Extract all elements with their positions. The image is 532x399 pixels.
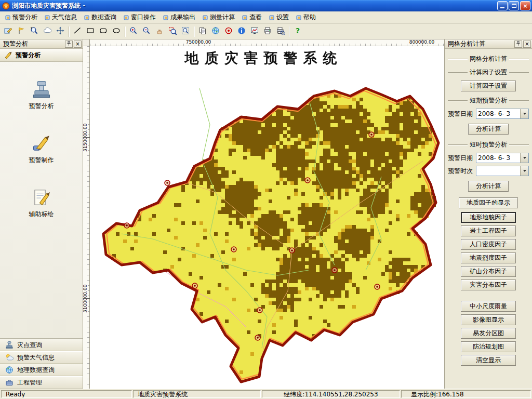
factor-seismic-button[interactable]: 地震烈度因子 bbox=[461, 252, 516, 263]
svg-text:?: ? bbox=[296, 26, 300, 35]
nav-warning-weather[interactable]: 预警天气信息 bbox=[0, 351, 83, 364]
toolbar-separator bbox=[125, 26, 125, 37]
tool-aux-plot[interactable]: 辅助标绘 bbox=[29, 188, 54, 219]
prevention-plan-button[interactable]: 防治规划图 bbox=[461, 341, 516, 352]
close-button[interactable]: × bbox=[520, 1, 530, 10]
toolbar-print-button[interactable] bbox=[261, 25, 274, 38]
factor-disaster-button[interactable]: 灾害分布因子 bbox=[461, 280, 516, 290]
menu-item-label: 数据查询 bbox=[91, 13, 116, 22]
toolbar-cloud-button[interactable] bbox=[41, 25, 54, 38]
ruler-tick bbox=[83, 298, 90, 299]
chevron-down-icon bbox=[523, 113, 526, 115]
menu-view[interactable]: 查看 bbox=[239, 11, 266, 23]
ruler-tick bbox=[83, 137, 90, 138]
menu-settings[interactable]: 设置 bbox=[266, 11, 293, 23]
left-panel-pin-button[interactable] bbox=[65, 41, 73, 48]
toolbar-chart-button[interactable] bbox=[248, 25, 261, 38]
tool-warning-create[interactable]: 预警制作 bbox=[29, 134, 54, 165]
toolbar-copy-button[interactable] bbox=[196, 25, 209, 38]
menu-output[interactable]: 成果输出 bbox=[160, 11, 200, 23]
clear-display-button[interactable]: 清空显示 bbox=[461, 355, 516, 366]
toolbar-hotspot-button[interactable] bbox=[222, 25, 235, 38]
short-time-date-combo[interactable]: 2008- 6- 3 bbox=[476, 153, 529, 163]
combo-dropdown-button[interactable] bbox=[520, 109, 528, 118]
toolbar-draw-rect-button[interactable] bbox=[84, 25, 97, 38]
notepad-icon bbox=[32, 188, 51, 207]
left-panel-title: 预警分析 bbox=[3, 39, 64, 48]
rain-scale-button[interactable]: 中小尺度雨量 bbox=[461, 301, 516, 312]
toolbar-zoom-extent-button[interactable] bbox=[179, 25, 192, 38]
combo-dropdown-button[interactable] bbox=[520, 166, 528, 176]
combo-dropdown-button[interactable] bbox=[520, 153, 528, 163]
nav-label: 地理数据查询 bbox=[17, 366, 55, 375]
prone-zone-map-button[interactable]: 易发分区图 bbox=[461, 328, 516, 339]
toolbar-pan-button[interactable] bbox=[153, 25, 166, 38]
toolbar-zoom-in-button[interactable] bbox=[127, 25, 140, 38]
maximize-button[interactable] bbox=[509, 1, 519, 10]
nav-geo-data-query[interactable]: 地理数据查询 bbox=[0, 364, 83, 376]
menu-window-ops[interactable]: 窗口操作 bbox=[121, 11, 160, 23]
left-panel-section-bar[interactable]: 预警分析 bbox=[0, 49, 83, 62]
minimize-button[interactable] bbox=[497, 1, 508, 10]
status-coordinates: 经纬度:114.140551,28.250253 bbox=[262, 390, 400, 398]
nav-disaster-query[interactable]: 灾点查询 bbox=[0, 339, 83, 351]
toolbar-flag-button[interactable] bbox=[15, 25, 28, 38]
menu-help[interactable]: 帮助 bbox=[293, 11, 320, 23]
short-term-date-combo[interactable]: 2008- 6- 3 bbox=[476, 109, 529, 119]
nav-project-mgmt[interactable]: 工程管理 bbox=[0, 376, 83, 389]
rect-icon bbox=[86, 26, 95, 36]
left-panel-close-button[interactable]: × bbox=[74, 41, 82, 48]
map-canvas[interactable] bbox=[90, 47, 444, 389]
combo-value: 2008- 6- 3 bbox=[476, 153, 520, 163]
nav-label: 工程管理 bbox=[17, 378, 42, 387]
menu-item-icon bbox=[5, 15, 11, 21]
toolbar-print-preview-button[interactable] bbox=[274, 25, 287, 38]
calc-factor-setup-button[interactable]: 计算因子设置 bbox=[461, 81, 516, 91]
toolbar-draw-roundrect-button[interactable] bbox=[97, 25, 110, 38]
tool-warning-analysis[interactable]: 预警分析 bbox=[29, 79, 54, 111]
move-icon bbox=[56, 26, 64, 36]
factor-terrain-button[interactable]: 地形地貌因子 bbox=[461, 212, 516, 223]
menu-item-icon bbox=[202, 15, 208, 21]
zoom-cursor-icon bbox=[30, 26, 38, 36]
factor-geotech-button[interactable]: 岩土工程因子 bbox=[461, 225, 516, 236]
toolbar-draw-line-button[interactable] bbox=[71, 25, 84, 38]
menu-warning-analysis[interactable]: 预警分析 bbox=[2, 11, 42, 23]
toolbar-zoom-out-button[interactable] bbox=[140, 25, 153, 38]
menu-data-query[interactable]: 数据查询 bbox=[81, 11, 121, 23]
maximize-icon bbox=[512, 4, 516, 8]
ruler-left: 3150000.00 3100000.00 bbox=[83, 46, 90, 389]
factor-mine-button[interactable]: 矿山分布因子 bbox=[461, 266, 516, 277]
toolbar-separator bbox=[69, 26, 69, 37]
short-time-analyze-button[interactable]: 分析计算 bbox=[468, 181, 509, 192]
toolbar-zoom-cursor-button[interactable] bbox=[28, 25, 41, 38]
toolbar-info-button[interactable] bbox=[235, 25, 248, 38]
toolbar-draw-ellipse-button[interactable] bbox=[110, 25, 123, 38]
image-display-button[interactable]: 影像图显示 bbox=[461, 314, 516, 325]
help-icon: ? bbox=[294, 26, 302, 36]
toolbar-edit-select-button[interactable] bbox=[2, 25, 15, 38]
factor-population-button[interactable]: 人口密度因子 bbox=[461, 239, 516, 250]
menu-item-icon bbox=[84, 15, 90, 21]
toolbar-zoom-window-button[interactable] bbox=[166, 25, 179, 38]
tool-bar: ? bbox=[0, 24, 532, 39]
nav-label: 灾点查询 bbox=[17, 341, 42, 350]
toolbar-help-button[interactable]: ? bbox=[291, 25, 304, 38]
content-area: 预警分析 × 预警分析 预警分析 预警制作 辅助标绘 bbox=[0, 39, 532, 389]
tool-label: 预警制作 bbox=[29, 156, 54, 165]
nav-label: 预警天气信息 bbox=[17, 353, 55, 362]
menu-item-icon bbox=[123, 15, 129, 21]
toolbar-globe-button[interactable] bbox=[209, 25, 222, 38]
toolbar-move-button[interactable] bbox=[54, 25, 66, 38]
menu-item-label: 设置 bbox=[276, 13, 289, 22]
short-time-times-combo[interactable] bbox=[476, 166, 529, 176]
toolbar-separator bbox=[289, 26, 289, 37]
right-panel-close-button[interactable]: × bbox=[523, 41, 531, 48]
date-label: 预警日期 bbox=[448, 110, 474, 118]
right-panel-pin-button[interactable] bbox=[514, 41, 522, 48]
menu-item-label: 帮助 bbox=[303, 13, 316, 22]
app-icon bbox=[2, 2, 10, 10]
menu-weather-info[interactable]: 天气信息 bbox=[42, 11, 81, 23]
menu-measure[interactable]: 测量计算 bbox=[200, 11, 239, 23]
short-term-analyze-button[interactable]: 分析计算 bbox=[468, 124, 509, 135]
